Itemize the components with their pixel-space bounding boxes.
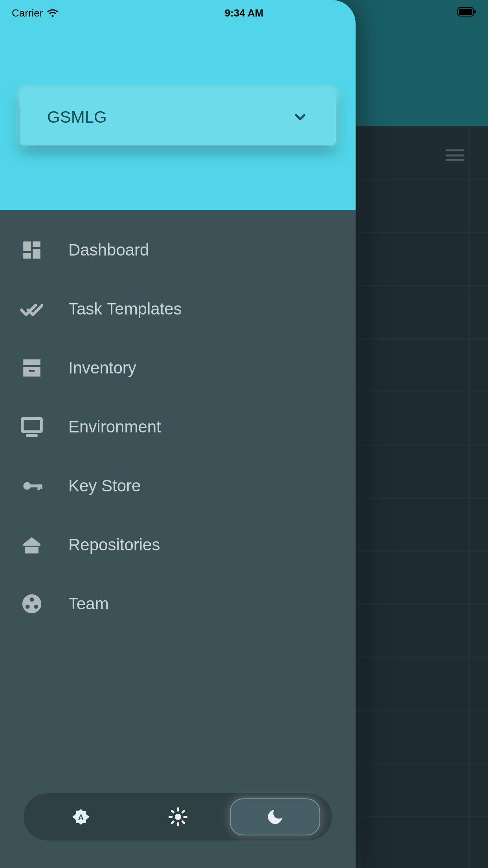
svg-rect-1 <box>459 9 472 15</box>
archive-icon <box>20 356 44 380</box>
nav-item-label: Key Store <box>68 476 141 495</box>
battery-icon <box>457 7 476 17</box>
svg-point-10 <box>22 594 41 613</box>
nav-item-label: Dashboard <box>68 241 149 259</box>
svg-line-21 <box>182 821 184 823</box>
key-icon <box>20 474 44 498</box>
svg-rect-3 <box>29 370 35 372</box>
svg-point-13 <box>34 605 39 609</box>
theme-dark-button[interactable] <box>230 798 320 835</box>
status-right <box>457 7 476 19</box>
nav-item-label: Inventory <box>68 359 136 377</box>
group-icon <box>20 592 44 616</box>
project-selector-label: GSMLG <box>47 108 107 127</box>
hamburger-icon[interactable] <box>446 149 464 161</box>
nav-item-team[interactable]: Team <box>20 592 336 616</box>
status-bar: Carrier 9:34 AM <box>0 0 488 26</box>
svg-rect-8 <box>38 484 40 490</box>
nav-item-inventory[interactable]: Inventory <box>20 356 336 380</box>
nav-item-label: Repositories <box>68 535 160 554</box>
nav-item-dashboard[interactable]: Dashboard <box>20 238 336 262</box>
drawer-header: GSMLG <box>0 0 356 210</box>
svg-line-22 <box>172 821 173 823</box>
svg-rect-9 <box>40 484 42 489</box>
project-selector[interactable]: GSMLG <box>20 88 336 145</box>
chevron-down-icon <box>292 109 308 125</box>
theme-auto-button[interactable]: A <box>36 798 126 835</box>
svg-text:A: A <box>78 813 83 822</box>
brightness-auto-icon: A <box>72 807 90 826</box>
home-icon <box>20 533 44 557</box>
svg-line-20 <box>172 811 173 812</box>
nav-item-environment[interactable]: Environment <box>20 415 336 439</box>
dashboard-icon <box>20 238 44 262</box>
theme-switch: A <box>24 793 332 840</box>
svg-line-23 <box>182 811 184 812</box>
moon-icon <box>266 807 284 826</box>
wifi-icon <box>47 7 59 19</box>
nav-item-label: Environment <box>68 417 161 436</box>
monitor-icon <box>20 415 44 439</box>
svg-rect-2 <box>474 10 476 13</box>
svg-point-12 <box>26 605 30 609</box>
nav-item-key-store[interactable]: Key Store <box>20 474 336 498</box>
svg-rect-4 <box>22 418 41 432</box>
svg-point-11 <box>30 598 34 602</box>
theme-light-button[interactable] <box>133 798 223 835</box>
nav-item-task-templates[interactable]: Task Templates <box>20 297 336 321</box>
nav-item-label: Task Templates <box>68 300 182 318</box>
svg-point-6 <box>23 482 31 489</box>
navigation-drawer: GSMLG Dashboard Task Templates <box>0 0 356 868</box>
drawer-footer: A <box>0 793 356 868</box>
status-time: 9:34 AM <box>225 7 264 19</box>
drawer-nav: Dashboard Task Templates Inventory <box>0 210 356 793</box>
sun-icon <box>169 807 187 826</box>
double-check-icon <box>20 297 44 321</box>
svg-point-15 <box>175 814 181 820</box>
nav-item-repositories[interactable]: Repositories <box>20 533 336 557</box>
status-carrier: Carrier <box>12 7 43 19</box>
status-left: Carrier <box>12 7 59 19</box>
nav-item-label: Team <box>68 594 109 613</box>
